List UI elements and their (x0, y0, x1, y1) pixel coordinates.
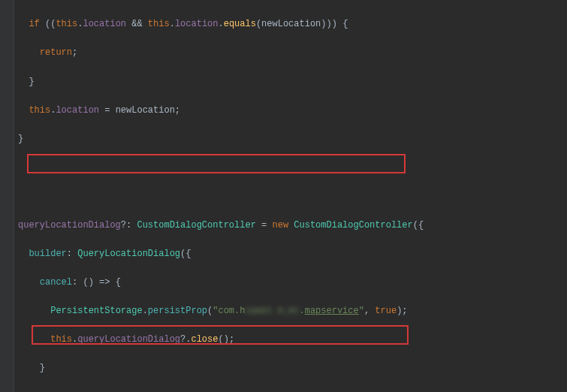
param: newLocation (116, 105, 175, 116)
field: location (175, 19, 219, 29)
code-editor[interactable]: if ((this.location && this.location.equa… (0, 0, 567, 392)
gutter (0, 0, 14, 392)
keyword-if: if (29, 19, 39, 29)
code-line: } (18, 361, 567, 375)
keyword-this: this (50, 334, 72, 345)
field: location (56, 105, 99, 116)
code-line: } (18, 75, 567, 89)
operator: && (131, 19, 142, 29)
prop: builder (29, 249, 66, 259)
string: " (359, 306, 364, 316)
keyword-new: new (272, 220, 288, 231)
string: "com.h (213, 306, 245, 316)
code-line: queryLocationDialog?: CustomDialogContro… (18, 219, 567, 233)
code-line: this.queryLocationDialog?.close(); (18, 333, 567, 347)
type: CustomDialogController (137, 220, 255, 231)
obscured-text: uawei m_ms (245, 306, 299, 316)
keyword-true: true (375, 306, 397, 316)
method: equals (224, 19, 256, 29)
method: close (191, 334, 218, 345)
keyword-return: return (40, 47, 72, 58)
code-line: } (18, 132, 567, 146)
field: queryLocationDialog (77, 334, 180, 345)
method: persistProp (148, 306, 207, 316)
code-line (18, 161, 567, 175)
string: mapservice (305, 306, 359, 316)
keyword-this: this (148, 19, 170, 29)
code-line: if ((this.location && this.location.equa… (18, 17, 567, 32)
code-line: this.location = newLocation; (18, 104, 567, 118)
type: PersistentStorage (50, 306, 142, 316)
code-line: cancel: () => { (18, 276, 567, 290)
param: newLocation (261, 19, 321, 29)
field: location (83, 19, 126, 29)
code-line: builder: QueryLocationDialog({ (18, 247, 567, 261)
prop: cancel (40, 277, 72, 288)
code-line (18, 189, 567, 204)
field: queryLocationDialog (18, 220, 121, 231)
type: CustomDialogController (294, 220, 412, 231)
type: QueryLocationDialog (77, 249, 180, 259)
string: . (300, 306, 305, 316)
keyword-this: this (29, 105, 50, 116)
code-line: return; (18, 46, 567, 60)
code-line: PersistentStorage.persistProp("com.huawe… (18, 304, 567, 318)
keyword-this: this (56, 19, 77, 29)
